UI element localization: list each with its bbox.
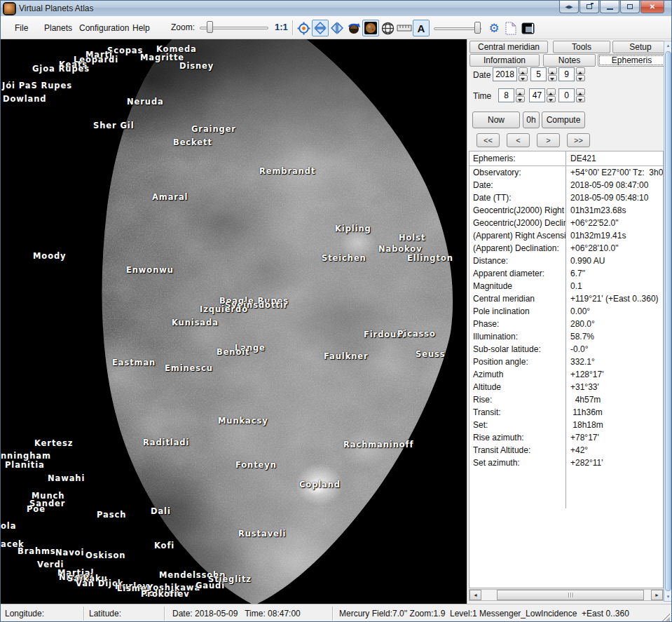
crater-label: Faulkner xyxy=(324,351,369,361)
now-button[interactable]: Now xyxy=(472,111,520,128)
ephemeris-row-label: Set azimuth: xyxy=(469,458,565,468)
scroll-right-arrow[interactable]: ► xyxy=(651,590,663,600)
brightness-slider-thumb[interactable] xyxy=(474,22,481,34)
tab-central-meridian[interactable]: Central meridian xyxy=(469,41,548,53)
step-back-button[interactable]: < xyxy=(507,133,530,147)
title-bar[interactable]: Virtual Planets Atlas ◀▶ ✕ xyxy=(1,1,671,16)
labels-toggle-button[interactable]: A xyxy=(413,20,430,36)
vertical-scroll-thumb[interactable] xyxy=(665,51,671,591)
time-label: Time xyxy=(473,91,491,101)
crater-label: Rustaveli xyxy=(238,529,286,539)
crater-label: Brahms xyxy=(18,546,56,556)
close-icon: ✕ xyxy=(650,3,655,11)
horizontal-scroll-thumb[interactable] xyxy=(497,590,644,600)
flip-horizontal-button[interactable] xyxy=(329,20,345,36)
ephemeris-row: Position angle:332.1° xyxy=(469,356,663,368)
ephemeris-row-value: +119°21' (+East 0..360) xyxy=(565,292,663,305)
snapshot-icon xyxy=(521,22,535,34)
rotate-planet-button[interactable] xyxy=(345,20,362,36)
horizontal-scrollbar[interactable]: ◄ ► xyxy=(469,589,664,601)
step-forward-button[interactable]: > xyxy=(537,133,560,147)
crater-label: Rachmaninoff xyxy=(343,440,413,449)
ephemeris-row-value: +06°22'52.0" xyxy=(565,217,663,229)
date-year-spinner[interactable] xyxy=(519,67,528,81)
surface-texture-button[interactable] xyxy=(362,20,379,36)
ephemeris-row: Sub-solar latitude:-0.0° xyxy=(469,343,663,356)
scroll-left-arrow[interactable]: ◄ xyxy=(469,590,481,600)
flip-vertical-button[interactable] xyxy=(312,20,329,36)
tab-ephemeris[interactable]: Ephemeris xyxy=(598,54,666,67)
maximize-button[interactable] xyxy=(620,1,640,13)
tab-setup[interactable]: Setup xyxy=(612,41,668,53)
ephemeris-row: Illumination:58.7% xyxy=(469,330,663,343)
ruler-button[interactable] xyxy=(396,20,413,36)
date-month-spinner[interactable] xyxy=(548,67,557,81)
ephemeris-row-label: Ephemeris: xyxy=(469,154,565,163)
crater-label: Enwonwu xyxy=(126,265,174,275)
crater-label: Gjoa Rupes xyxy=(32,64,90,74)
crater-label: Amaral xyxy=(152,192,188,202)
menu-file[interactable]: File xyxy=(12,22,31,34)
snapshot-button[interactable] xyxy=(519,20,536,36)
planet-map[interactable]: KomedaScopasMartiLeopardiMagritteKeatsDi… xyxy=(1,39,467,604)
scroll-up-arrow[interactable]: ▲ xyxy=(664,41,672,50)
center-target-button[interactable] xyxy=(295,20,312,36)
crater-label: Munkacsy xyxy=(218,416,268,426)
ephemeris-row: Transit Altitude:+42° xyxy=(469,444,663,457)
date-year-field[interactable] xyxy=(493,67,517,81)
menu-planets[interactable]: Planets xyxy=(41,22,75,34)
vertical-scrollbar[interactable]: ▲ ▼ xyxy=(664,41,672,602)
time-second-spinner[interactable] xyxy=(576,88,585,102)
globe-grid-icon xyxy=(381,22,395,35)
menu-configuration[interactable]: Configuration xyxy=(76,22,132,34)
new-document-button[interactable] xyxy=(502,20,519,36)
ephemeris-row-value: -0.0° xyxy=(565,343,663,356)
crater-label: Jói PaS Rupes xyxy=(2,81,72,90)
ephemeris-row: Apparent diameter:6.7" xyxy=(469,267,663,280)
step-forward-fast-button[interactable]: >> xyxy=(567,133,590,147)
crater-label: ola xyxy=(1,521,16,531)
ephemeris-row: Date:2018-05-09 08:47:00 xyxy=(469,179,663,191)
step-back-fast-button[interactable]: << xyxy=(476,133,500,147)
crater-label: Ellington xyxy=(407,253,453,263)
brightness-slider[interactable] xyxy=(434,25,481,31)
scroll-down-arrow[interactable]: ▼ xyxy=(664,593,672,601)
time-hour-spinner[interactable] xyxy=(516,88,525,102)
status-longitude: Longitude: xyxy=(1,604,83,622)
ephemeris-row: Set azimuth:+282°11' xyxy=(469,457,663,469)
minimize-button[interactable] xyxy=(600,1,619,13)
resize-grip[interactable] xyxy=(661,613,670,621)
time-minute-field[interactable] xyxy=(529,88,545,102)
zoom-slider-thumb[interactable] xyxy=(207,21,213,33)
date-month-field[interactable] xyxy=(530,67,547,81)
ephemeris-row-label: Sub-solar latitude: xyxy=(469,344,565,354)
time-second-field[interactable] xyxy=(558,88,575,102)
status-datetime: Date: 2018-05-09 Time: 08:47:00 xyxy=(168,604,331,622)
menu-help[interactable]: Help xyxy=(130,22,153,34)
crater-label: Kipling xyxy=(335,224,371,234)
globe-grid-button[interactable] xyxy=(379,20,396,36)
date-day-spinner[interactable] xyxy=(576,67,585,81)
status-info: Mercury Field:7.0'' Zoom:1.9 Level:1 Mes… xyxy=(335,604,664,622)
ephemeris-row-label: Altitude xyxy=(469,382,565,392)
crater-label: Rembrandt xyxy=(259,166,315,176)
crater-label: Navoi xyxy=(55,548,84,557)
settings-button[interactable]: ⚙ xyxy=(486,20,502,36)
time-hour-field[interactable] xyxy=(498,88,514,102)
date-day-field[interactable] xyxy=(558,67,575,81)
time-minute-spinner[interactable] xyxy=(547,88,556,102)
detach-button[interactable] xyxy=(580,1,599,13)
ephemeris-row-value: +78°17' xyxy=(565,431,663,444)
zero-hour-button[interactable]: 0h xyxy=(523,111,540,128)
ephemeris-row-label: Geocentric(J2000) Declinati xyxy=(469,218,565,228)
pan-horizontal-button[interactable]: ◀▶ xyxy=(559,1,579,13)
tab-tools[interactable]: Tools xyxy=(553,41,610,53)
crater-label: Picasso xyxy=(397,329,436,339)
compute-button[interactable]: Compute xyxy=(542,111,585,128)
tab-information[interactable]: Information xyxy=(469,54,540,67)
crater-label: Planitia xyxy=(5,460,45,470)
menu-bar: File Planets Configuration Help Zoom: 1:… xyxy=(1,16,671,39)
tab-notes[interactable]: Notes xyxy=(543,54,596,67)
zoom-slider[interactable] xyxy=(200,25,268,30)
close-button[interactable]: ✕ xyxy=(640,1,664,13)
